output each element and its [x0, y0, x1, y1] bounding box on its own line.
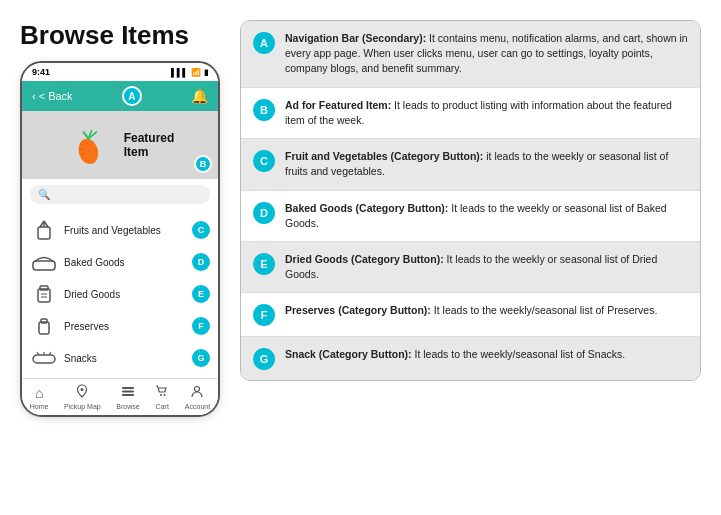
baked-badge: D — [192, 253, 210, 271]
bottom-nav-pickup[interactable]: Pickup Map — [64, 384, 101, 410]
annotation-text-f: Preserves (Category Button): It leads to… — [285, 303, 657, 318]
fruits-veg-badge: C — [192, 221, 210, 239]
category-list: Fruits and Vegetables C Baked Goods D — [22, 210, 218, 378]
cart-icon — [155, 384, 169, 401]
pickup-map-icon — [75, 384, 89, 401]
svg-rect-12 — [38, 289, 50, 302]
cat-snacks-left: Snacks — [30, 346, 97, 370]
annotation-text-b: Ad for Featured Item: It leads to produc… — [285, 98, 688, 128]
annotation-badge-g: G — [253, 348, 275, 370]
annotation-panel: A Navigation Bar (Secondary): It contain… — [240, 20, 701, 381]
annotation-badge-e: E — [253, 253, 275, 275]
annotation-badge-a: A — [253, 32, 275, 54]
baked-goods-label: Baked Goods — [64, 257, 125, 268]
phone-frame: 9:41 ▌▌▌ 📶 ▮ ‹ < Back A 🔔 — [20, 61, 220, 417]
svg-rect-25 — [122, 394, 134, 396]
preserves-badge: F — [192, 317, 210, 335]
snacks-badge: G — [192, 349, 210, 367]
left-panel: Browse Items 9:41 ▌▌▌ 📶 ▮ ‹ < Back A 🔔 — [20, 20, 220, 417]
featured-banner[interactable]: FeaturedItem B — [22, 111, 218, 179]
svg-rect-17 — [41, 319, 47, 323]
svg-point-22 — [81, 388, 84, 391]
account-nav-label: Account — [185, 403, 210, 410]
bottom-nav: ⌂ Home Pickup Map Browse Cart — [22, 378, 218, 415]
annotation-text-g: Snack (Category Button): It leads to the… — [285, 347, 625, 362]
battery-icon: ▮ — [204, 68, 208, 77]
wifi-icon: 📶 — [191, 68, 201, 77]
back-arrow-icon: ‹ — [32, 90, 36, 102]
back-label: < Back — [39, 90, 73, 102]
snacks-icon — [30, 346, 58, 370]
annotation-row-e: E Dried Goods (Category Button): It lead… — [241, 242, 700, 293]
annotation-row-c: C Fruit and Vegetables (Category Button)… — [241, 139, 700, 190]
annotation-badge-b: B — [253, 99, 275, 121]
svg-rect-24 — [122, 391, 134, 393]
annotation-badge-f: F — [253, 304, 275, 326]
carrot-image — [66, 121, 114, 169]
annotation-row-f: F Preserves (Category Button): It leads … — [241, 293, 700, 337]
category-dried[interactable]: Dried Goods E — [22, 278, 218, 310]
bottom-nav-cart[interactable]: Cart — [155, 384, 169, 410]
snacks-label: Snacks — [64, 353, 97, 364]
nav-label-a-badge: A — [122, 86, 142, 106]
pickup-map-nav-label: Pickup Map — [64, 403, 101, 410]
browse-nav-label: Browse — [116, 403, 139, 410]
annotation-row-g: G Snack (Category Button): It leads to t… — [241, 337, 700, 380]
annotation-row-d: D Baked Goods (Category Button): It lead… — [241, 191, 700, 242]
svg-rect-16 — [39, 322, 49, 334]
home-nav-label: Home — [30, 403, 49, 410]
status-icons: ▌▌▌ 📶 ▮ — [171, 68, 208, 77]
bell-icon[interactable]: 🔔 — [191, 88, 208, 104]
annotation-row-a: A Navigation Bar (Secondary): It contain… — [241, 21, 700, 88]
featured-item-label: FeaturedItem — [124, 131, 175, 160]
svg-rect-11 — [33, 261, 55, 270]
svg-point-26 — [160, 394, 162, 396]
svg-rect-10 — [38, 227, 50, 239]
category-fruits-veg[interactable]: Fruits and Vegetables C — [22, 214, 218, 246]
preserves-label: Preserves — [64, 321, 109, 332]
svg-rect-13 — [40, 286, 48, 290]
fruits-veg-label: Fruits and Vegetables — [64, 225, 161, 236]
dried-goods-icon — [30, 282, 58, 306]
bottom-nav-home[interactable]: ⌂ Home — [30, 385, 49, 410]
annotation-badge-d: D — [253, 202, 275, 224]
cat-baked-left: Baked Goods — [30, 250, 125, 274]
label-b-badge: B — [194, 155, 212, 173]
svg-point-28 — [195, 387, 200, 392]
home-icon: ⌂ — [35, 385, 43, 401]
signal-icon: ▌▌▌ — [171, 68, 188, 77]
dried-badge: E — [192, 285, 210, 303]
search-bar[interactable]: 🔍 — [30, 185, 210, 204]
page-title: Browse Items — [20, 20, 189, 51]
svg-rect-18 — [33, 355, 55, 363]
annotation-text-d: Baked Goods (Category Button): It leads … — [285, 201, 688, 231]
svg-point-0 — [75, 137, 100, 167]
bottom-nav-browse[interactable]: Browse — [116, 384, 139, 410]
fruits-veg-icon — [30, 218, 58, 242]
annotation-text-a: Navigation Bar (Secondary): It contains … — [285, 31, 688, 77]
back-button[interactable]: ‹ < Back — [32, 90, 73, 102]
bottom-nav-account[interactable]: Account — [185, 384, 210, 410]
dried-goods-label: Dried Goods — [64, 289, 120, 300]
category-preserves[interactable]: Preserves F — [22, 310, 218, 342]
category-snacks[interactable]: Snacks G — [22, 342, 218, 374]
baked-goods-icon — [30, 250, 58, 274]
phone-status-bar: 9:41 ▌▌▌ 📶 ▮ — [22, 63, 218, 81]
cart-nav-label: Cart — [156, 403, 169, 410]
featured-text-wrap: FeaturedItem — [124, 131, 175, 160]
annotation-badge-c: C — [253, 150, 275, 172]
nav-bar: ‹ < Back A 🔔 — [22, 81, 218, 111]
svg-rect-23 — [122, 387, 134, 389]
annotation-text-e: Dried Goods (Category Button): It leads … — [285, 252, 688, 282]
browse-icon — [121, 384, 135, 401]
annotation-row-b: B Ad for Featured Item: It leads to prod… — [241, 88, 700, 139]
status-time: 9:41 — [32, 67, 50, 77]
svg-line-1 — [83, 132, 88, 138]
cat-preserves-left: Preserves — [30, 314, 109, 338]
preserves-icon — [30, 314, 58, 338]
cat-dried-left: Dried Goods — [30, 282, 120, 306]
category-baked[interactable]: Baked Goods D — [22, 246, 218, 278]
account-icon — [190, 384, 204, 401]
search-bar-wrap: 🔍 — [22, 179, 218, 210]
annotation-text-c: Fruit and Vegetables (Category Button): … — [285, 149, 688, 179]
